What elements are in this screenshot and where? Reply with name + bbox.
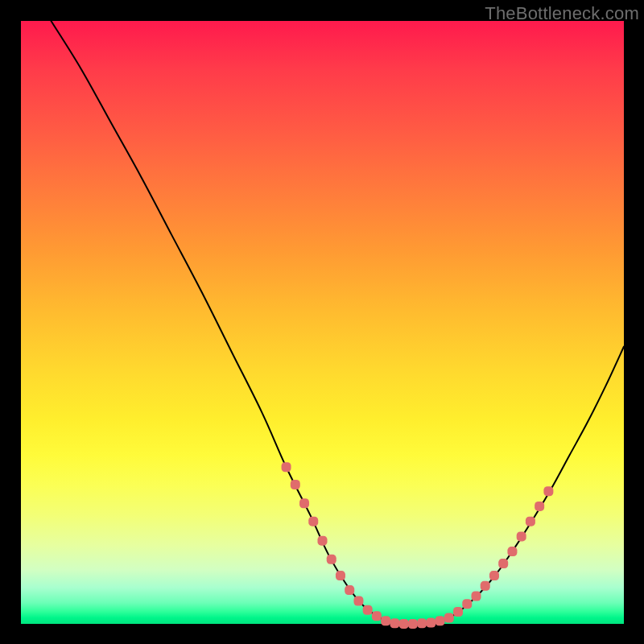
highlight-dot (472, 592, 481, 601)
highlight-dot (308, 517, 318, 526)
highlight-dot (381, 616, 390, 625)
highlight-dot (390, 618, 399, 628)
highlight-dot (453, 607, 463, 617)
highlight-dot (462, 599, 472, 609)
series-right-branch (437, 346, 624, 621)
highlight-dot (353, 597, 363, 606)
highlight-dot (282, 462, 291, 472)
highlight-dot (363, 605, 373, 615)
curve-layer (51, 21, 624, 624)
highlight-dot (372, 611, 382, 621)
highlight-dot (444, 613, 454, 623)
highlight-dot (436, 616, 445, 625)
series-left-branch (51, 21, 388, 622)
highlight-dot (345, 585, 354, 595)
highlight-dot (336, 571, 345, 580)
highlight-dot (481, 581, 490, 591)
highlight-dot (291, 480, 300, 489)
marker-layer (282, 462, 554, 629)
highlight-dot (399, 619, 409, 629)
watermark-text: TheBottleneck.com (485, 3, 639, 24)
highlight-dot (318, 536, 328, 546)
highlight-dot (327, 555, 336, 564)
highlight-dot (517, 531, 526, 541)
highlight-dot (426, 618, 436, 628)
highlight-dot (408, 619, 418, 629)
highlight-dot (507, 547, 517, 556)
highlight-dot (417, 618, 427, 628)
highlight-dot (543, 486, 553, 496)
highlight-dot (299, 498, 309, 508)
plot-area (21, 21, 624, 624)
highlight-dot (489, 571, 499, 580)
highlight-dot (526, 517, 535, 526)
highlight-dot (498, 559, 508, 568)
highlight-dot (535, 502, 544, 511)
chart-svg (21, 21, 624, 624)
chart-stage: TheBottleneck.com (0, 0, 644, 644)
